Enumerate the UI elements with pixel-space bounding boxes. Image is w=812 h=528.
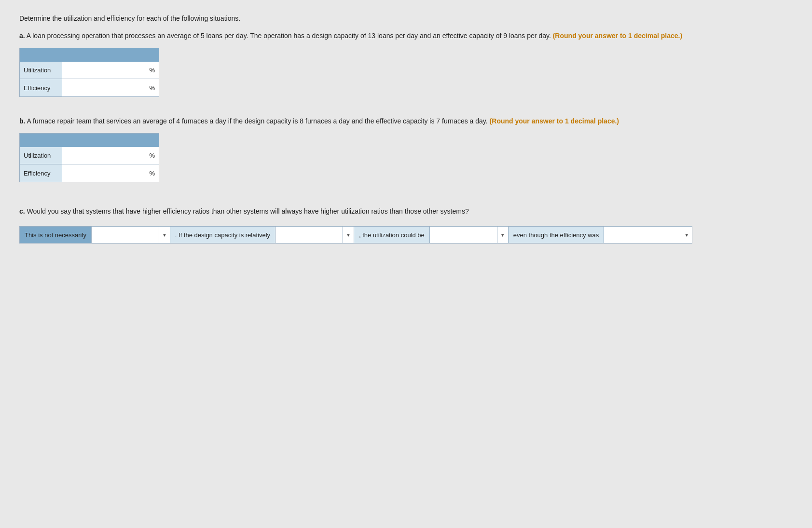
question-c-text: c. Would you say that systems that have …: [19, 206, 793, 217]
question-b-table: Utilization % Efficiency %: [19, 133, 159, 182]
question-a-utilization-row: Utilization %: [20, 62, 159, 79]
question-c-body: Would you say that systems that have hig…: [25, 207, 469, 215]
question-a-round: (Round your answer to 1 decimal place.): [553, 32, 682, 40]
intro-text: Determine the utilization and efficiency…: [19, 14, 793, 22]
efficiency-a-unit: %: [149, 79, 159, 96]
utilization-a-label: Utilization: [20, 62, 62, 79]
fill-input-1[interactable]: [92, 226, 159, 244]
fill-dropdown-2[interactable]: ▼: [343, 226, 354, 244]
fill-dropdown-3[interactable]: ▼: [497, 226, 509, 244]
question-a-text: a. A loan processing operation that proc…: [19, 31, 793, 41]
chevron-down-icon-3: ▼: [500, 232, 505, 238]
utilization-b-unit: %: [149, 147, 159, 164]
question-b-text: b. A furnace repair team that services a…: [19, 116, 793, 126]
utilization-b-label: Utilization: [20, 147, 62, 164]
utilization-b-input[interactable]: [62, 147, 149, 164]
fill-segment-1: This is not necessarily ▼: [19, 226, 170, 244]
efficiency-a-label: Efficiency: [20, 79, 62, 96]
fill-input-4[interactable]: [604, 226, 681, 244]
chevron-down-icon-4: ▼: [684, 232, 689, 238]
question-a-label: a.: [19, 32, 25, 40]
efficiency-b-input-area: %: [62, 164, 159, 182]
fill-label-1: This is not necessarily: [19, 226, 92, 244]
question-b-block: b. A furnace repair team that services a…: [19, 116, 793, 182]
chevron-down-icon: ▼: [162, 232, 167, 238]
question-b-utilization-row: Utilization %: [20, 147, 159, 164]
question-b-label: b.: [19, 117, 25, 125]
efficiency-b-unit: %: [149, 164, 159, 182]
fill-static-2: . If the design capacity is relatively: [170, 226, 275, 244]
efficiency-a-input[interactable]: [62, 79, 149, 96]
utilization-b-input-area: %: [62, 147, 159, 164]
question-a-block: a. A loan processing operation that proc…: [19, 31, 793, 97]
question-a-efficiency-row: Efficiency %: [20, 79, 159, 96]
question-b-round: (Round your answer to 1 decimal place.): [490, 117, 619, 125]
question-c-block: c. Would you say that systems that have …: [19, 206, 793, 244]
efficiency-a-input-area: %: [62, 79, 159, 96]
question-c-label: c.: [19, 207, 25, 215]
fill-static-3: , the utilization could be: [354, 226, 430, 244]
question-a-body: A loan processing operation that process…: [25, 32, 551, 40]
question-a-header: [20, 48, 159, 62]
fill-input-3[interactable]: [430, 226, 497, 244]
question-a-table: Utilization % Efficiency %: [19, 48, 159, 97]
efficiency-b-input[interactable]: [62, 164, 149, 182]
fill-in-row: This is not necessarily ▼ . If the desig…: [19, 226, 793, 244]
question-b-efficiency-row: Efficiency %: [20, 164, 159, 182]
utilization-a-unit: %: [149, 62, 159, 79]
efficiency-b-label: Efficiency: [20, 164, 62, 182]
fill-static-4: even though the efficiency was: [509, 226, 605, 244]
utilization-a-input-area: %: [62, 62, 159, 79]
fill-segment-2: . If the design capacity is relatively ▼: [170, 226, 354, 244]
question-b-header: [20, 134, 159, 147]
fill-input-2[interactable]: [275, 226, 343, 244]
chevron-down-icon-2: ▼: [346, 232, 351, 238]
fill-dropdown-4[interactable]: ▼: [681, 226, 692, 244]
fill-segment-3: , the utilization could be ▼: [354, 226, 509, 244]
question-b-body: A furnace repair team that services an a…: [25, 117, 487, 125]
fill-segment-4: even though the efficiency was ▼: [509, 226, 692, 244]
fill-dropdown-1[interactable]: ▼: [159, 226, 170, 244]
utilization-a-input[interactable]: [62, 62, 149, 79]
